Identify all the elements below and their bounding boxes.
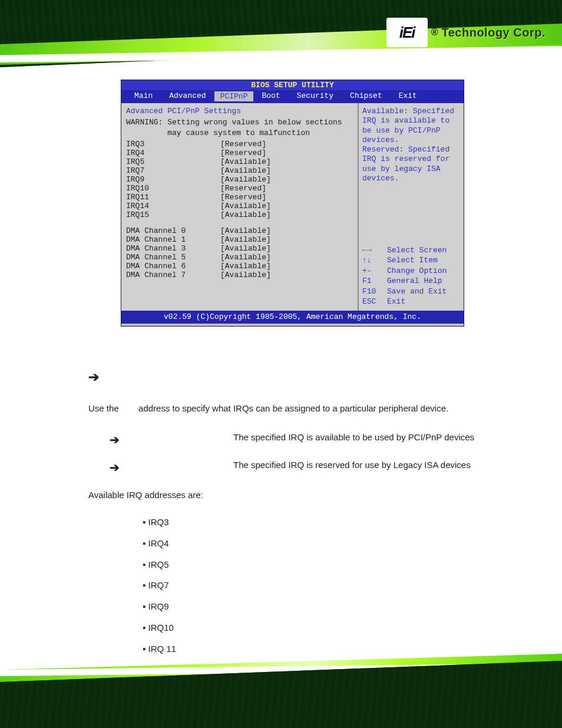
brand-logo: iEi ® Technology Corp. — [386, 18, 546, 47]
bios-nav-label: Change Option — [387, 266, 447, 276]
bios-nav-label: Exit — [387, 297, 405, 307]
brand-reg: ® — [431, 27, 438, 38]
arrow-icon: ➔ — [110, 457, 233, 479]
bios-irq-row[interactable]: IRQ3[Reserved] — [126, 140, 353, 149]
option-row: ➔The specified IRQ is reserved for use b… — [110, 457, 496, 479]
bios-dma-value: [Available] — [220, 262, 271, 271]
bios-irq-value: [Available] — [220, 166, 271, 175]
option-text: The specified IRQ is available to be use… — [233, 429, 496, 446]
bios-menu-exit[interactable]: Exit — [391, 91, 425, 101]
bios-dma-key: DMA Channel 5 — [126, 253, 220, 262]
bios-dma-key: DMA Channel 0 — [126, 226, 220, 235]
irq-list: IRQ3IRQ4IRQ5IRQ7IRQ9IRQ10IRQ 11 — [143, 512, 496, 659]
bios-irq-key: IRQ15 — [126, 210, 220, 219]
bios-dma-value: [Available] — [220, 271, 271, 279]
bios-help-line: use by legacy ISA — [362, 164, 460, 174]
bios-warning-line1: WARNING: Setting wrong values in below s… — [126, 118, 353, 127]
bios-help-line: devices. — [362, 174, 460, 183]
bios-irq-key: IRQ10 — [126, 184, 220, 193]
bios-dma-key: DMA Channel 1 — [126, 235, 220, 244]
irq-list-item: IRQ3 — [143, 512, 496, 533]
irq-list-item: IRQ 11 — [143, 638, 496, 660]
bios-help-line: IRQ is available to — [362, 116, 460, 126]
bios-irq-row[interactable]: IRQ10[Reserved] — [126, 184, 353, 193]
option-row: ➔The specified IRQ is available to be us… — [110, 429, 496, 451]
bios-irq-value: [Reserved] — [220, 140, 266, 149]
bios-menu-advanced[interactable]: Advanced — [161, 91, 214, 101]
brand-mark: iEi — [386, 18, 428, 47]
bios-nav-key: F1 — [362, 276, 387, 286]
bios-irq-row[interactable]: IRQ9[Available] — [126, 175, 353, 184]
bios-irq-row[interactable]: IRQ4[Reserved] — [126, 149, 353, 157]
bios-nav-key: ↑↓ — [362, 255, 387, 266]
bios-nav-label: General Help — [387, 276, 442, 286]
bios-help-line: be use by PCI/PnP — [362, 126, 460, 136]
lead-arrow-icon: ➔ — [88, 365, 496, 390]
bios-dma-key: DMA Channel 7 — [126, 271, 220, 279]
bios-dma-key: DMA Channel 3 — [126, 244, 220, 253]
bios-menu-security[interactable]: Security — [289, 91, 342, 101]
bios-dma-row[interactable]: DMA Channel 0[Available] — [126, 226, 353, 235]
irq-list-item: IRQ4 — [143, 533, 496, 554]
bios-irq-key: IRQ5 — [126, 157, 220, 166]
bios-menubar: Main Advanced PCIPnP Boot Security Chips… — [121, 90, 464, 103]
brand-mark-text: iEi — [399, 24, 415, 42]
bios-nav-key: +- — [362, 266, 387, 276]
bios-irq-key: IRQ9 — [126, 175, 220, 184]
bios-irq-row[interactable]: IRQ11[Reserved] — [126, 193, 353, 202]
bios-footer: v02.59 (C)Copyright 1985-2005, American … — [121, 311, 464, 324]
bios-menu-main[interactable]: Main — [126, 91, 161, 101]
intro-paragraph: Use the address to specify what IRQs can… — [88, 400, 496, 417]
bios-dma-row[interactable]: DMA Channel 3[Available] — [126, 244, 353, 253]
option-text: The specified IRQ is reserved for use by… — [233, 457, 496, 473]
bios-irq-row[interactable]: IRQ15[Available] — [126, 210, 353, 219]
bios-menu-chipset[interactable]: Chipset — [342, 91, 391, 101]
arrow-icon: ➔ — [110, 429, 233, 451]
bios-irq-key: IRQ7 — [126, 166, 220, 175]
bios-irq-value: [Reserved] — [220, 184, 266, 193]
bios-help-panel: Available: SpecifiedIRQ is available tob… — [359, 103, 464, 311]
bios-nav-key: ←→ — [362, 245, 387, 256]
irq-list-item: IRQ9 — [143, 596, 496, 617]
bios-nav-help: ←→Select Screen↑↓Select Item+-Change Opt… — [362, 245, 460, 307]
bios-irq-value: [Available] — [220, 157, 271, 166]
bios-left-panel: Advanced PCI/PnP Settings WARNING: Setti… — [121, 103, 359, 311]
brand-text: Technology Corp. — [441, 26, 546, 39]
bios-help-line: IRQ is reserved for — [362, 154, 460, 164]
bios-dma-row[interactable]: DMA Channel 7[Available] — [126, 271, 353, 279]
bios-screenshot: BIOS SETUP UTILITY Main Advanced PCIPnP … — [121, 80, 464, 327]
bios-dma-value: [Available] — [220, 226, 271, 235]
bios-title: BIOS SETUP UTILITY — [121, 80, 464, 90]
bios-irq-row[interactable]: IRQ7[Available] — [126, 166, 353, 175]
bios-irq-value: [Reserved] — [220, 193, 266, 202]
bios-dma-row[interactable]: DMA Channel 1[Available] — [126, 235, 353, 244]
bios-irq-value: [Available] — [220, 202, 271, 210]
bios-irq-value: [Available] — [220, 175, 271, 184]
irq-list-item: IRQ5 — [143, 554, 496, 575]
bios-menu-boot[interactable]: Boot — [253, 91, 288, 101]
bios-nav-label: Save and Exit — [387, 286, 447, 297]
bios-help-line: Reserved: Specified — [362, 145, 460, 154]
irq-list-item: IRQ10 — [143, 617, 496, 638]
bios-menu-pcipnp[interactable]: PCIPnP — [214, 91, 254, 101]
bios-dma-value: [Available] — [220, 235, 271, 244]
irq-list-item: IRQ7 — [143, 575, 496, 596]
irq-list-heading: Available IRQ addresses are: — [88, 487, 496, 503]
bios-irq-key: IRQ14 — [126, 202, 220, 210]
bios-help-line: devices. — [362, 136, 460, 145]
bios-dma-key: DMA Channel 6 — [126, 262, 220, 271]
bios-irq-value: [Reserved] — [220, 149, 266, 157]
bios-dma-row[interactable]: DMA Channel 6[Available] — [126, 262, 353, 271]
bios-help-line: Available: Specified — [362, 107, 460, 116]
bios-nav-label: Select Item — [387, 255, 438, 266]
bios-irq-row[interactable]: IRQ5[Available] — [126, 157, 353, 166]
bios-irq-row[interactable]: IRQ14[Available] — [126, 202, 353, 210]
bios-nav-key: F10 — [362, 286, 387, 297]
page-content: ➔ Use the address to specify what IRQs c… — [88, 365, 496, 659]
bios-irq-value: [Available] — [220, 210, 271, 219]
bios-dma-value: [Available] — [220, 244, 271, 253]
bios-dma-row[interactable]: DMA Channel 5[Available] — [126, 253, 353, 262]
bios-dma-value: [Available] — [220, 253, 271, 262]
bios-nav-key: ESC — [362, 297, 387, 307]
bios-section-heading: Advanced PCI/PnP Settings — [126, 107, 353, 116]
